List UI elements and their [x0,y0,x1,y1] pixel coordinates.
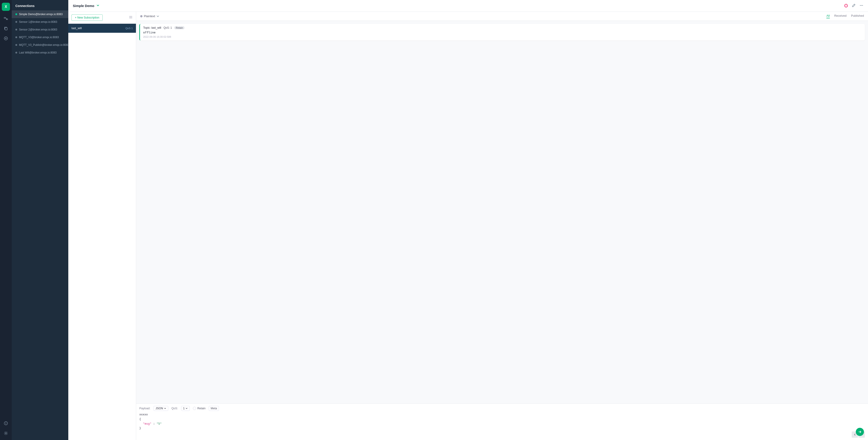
meta-button[interactable]: Meta [209,406,219,411]
svg-rect-0 [4,18,5,18]
qos-chevron-icon [185,407,188,409]
power-icon[interactable] [844,3,848,8]
connection-label: Sensor 2@broker.emqx.io:8083 [19,28,57,31]
qos-select[interactable]: 1 [181,406,190,411]
topbar: Simple Demo [68,0,868,12]
connection-label: Last Will@broker.emqx.io:8083 [19,51,57,54]
list-view-icon[interactable] [129,15,133,20]
connections-nav-icon[interactable] [2,14,10,23]
topbar-left: Simple Demo [73,4,100,8]
connection-status-dot [16,44,17,46]
subscription-topic: last_will [71,27,82,30]
filter-all-tab[interactable]: All [827,14,830,18]
format-value: JSON [156,407,163,410]
svg-point-6 [5,433,6,434]
message-qos: QoS: 1 [163,26,172,29]
topbar-right [844,3,864,8]
main-area: Simple Demo [68,0,868,440]
filter-received-tab[interactable]: Received [834,14,846,18]
compose-code: { "msg" : "5" } [139,417,865,431]
format-select-chevron [164,407,166,409]
svg-point-7 [860,5,861,6]
topic-input[interactable]: xxxxx [139,413,865,416]
retain-checkbox-circle [193,407,196,410]
new-subscription-button[interactable]: + New Subscription [71,14,103,21]
messages-list: Topic: last_will QoS: 1 Retain offline 2… [136,21,868,403]
messages-toolbar: Plaintext All Received Published [136,12,868,21]
subscriptions-panel: + New Subscription last_will QoS 1 [68,12,136,440]
connection-title: Simple Demo [73,4,94,8]
compose-bottom [139,432,865,438]
message-card: Topic: last_will QoS: 1 Retain offline 2… [139,24,865,40]
compose-toolbar: Payload: JSON QoS: 1 [139,406,865,411]
filter-published-tab[interactable]: Published [851,14,864,18]
sidebar-header: Connections [12,0,68,10]
brace-close: } [139,427,141,430]
connection-status-dot [16,36,17,38]
connection-status-dot [16,21,17,23]
filter-tabs: All Received Published [827,14,864,18]
content-area: + New Subscription last_will QoS 1 [68,12,868,440]
json-value: "5" [156,422,162,425]
sidebar: Connections Simple Demo@broker.emqx.io:8… [12,0,68,440]
app-logo[interactable]: X [2,3,10,11]
message-topic: Topic: last_will [143,26,161,29]
edit-icon[interactable] [852,3,856,8]
retain-badge: Retain [174,26,185,29]
format-label: Plaintext [144,14,155,18]
connection-status-dot [16,52,17,54]
sidebar-connection-item[interactable]: MQTT_V3_Publish@broker.emqx.io:8083 [12,41,68,49]
payload-label: Payload: [139,407,150,410]
subscriptions-header: + New Subscription [68,12,136,24]
svg-point-9 [862,5,863,6]
qos-value: 1 [183,407,185,410]
message-meta: Topic: last_will QoS: 1 Retain [143,26,862,29]
svg-point-5 [6,422,6,423]
title-chevron-icon[interactable] [96,4,100,8]
connection-label: Simple Demo@broker.emqx.io:8083 [19,13,63,16]
sidebar-connection-item[interactable]: MQTT_V3@broker.emqx.io:8083 [12,33,68,41]
connection-status-dot [16,29,17,31]
retain-checkbox[interactable]: Retain [193,407,205,410]
sidebar-connection-item[interactable]: Simple Demo@broker.emqx.io:8083 [12,10,68,18]
message-body: offline [143,31,862,34]
subscription-item[interactable]: last_will QoS 1 [68,24,136,33]
format-selector[interactable]: Plaintext [140,14,159,18]
connection-label: MQTT_V3_Publish@broker.emqx.io:8083 [19,43,68,46]
message-timestamp: 2022-09-06 16:30:02:588 [143,35,862,38]
format-select[interactable]: JSON [154,406,168,411]
sidebar-connection-item[interactable]: Sensor 1@broker.emqx.io:8083 [12,18,68,26]
icon-bar: X [0,0,12,440]
settings-nav-icon[interactable] [2,429,10,437]
format-chevron-icon [156,15,159,18]
more-icon[interactable] [859,3,864,8]
sidebar-connection-item[interactable]: Last Will@broker.emqx.io:8083 [12,49,68,57]
info-nav-icon[interactable] [2,419,10,427]
svg-rect-2 [5,28,7,30]
messages-panel: Plaintext All Received Published Topic: … [136,12,868,440]
subscription-qos: QoS 1 [125,27,133,30]
qos-label: QoS: [172,407,178,410]
send-button[interactable] [856,428,864,436]
colon: : [153,422,156,425]
retain-label: Retain [197,407,205,410]
add-nav-icon[interactable] [2,34,10,42]
subscription-list: last_will QoS 1 [68,24,136,440]
connection-list: Simple Demo@broker.emqx.io:8083Sensor 1@… [12,10,68,440]
connection-label: MQTT_V3@broker.emqx.io:8083 [19,36,59,39]
sidebar-connection-item[interactable]: Sensor 2@broker.emqx.io:8083 [12,26,68,33]
brace-open: { [139,417,141,421]
connection-status-dot [16,13,17,15]
connection-label: Sensor 1@broker.emqx.io:8083 [19,20,57,24]
svg-point-8 [861,5,862,6]
copy-nav-icon[interactable] [2,24,10,33]
compose-area: Payload: JSON QoS: 1 [136,403,868,440]
json-key: "msg" [143,422,152,425]
format-dot-icon [140,15,143,18]
